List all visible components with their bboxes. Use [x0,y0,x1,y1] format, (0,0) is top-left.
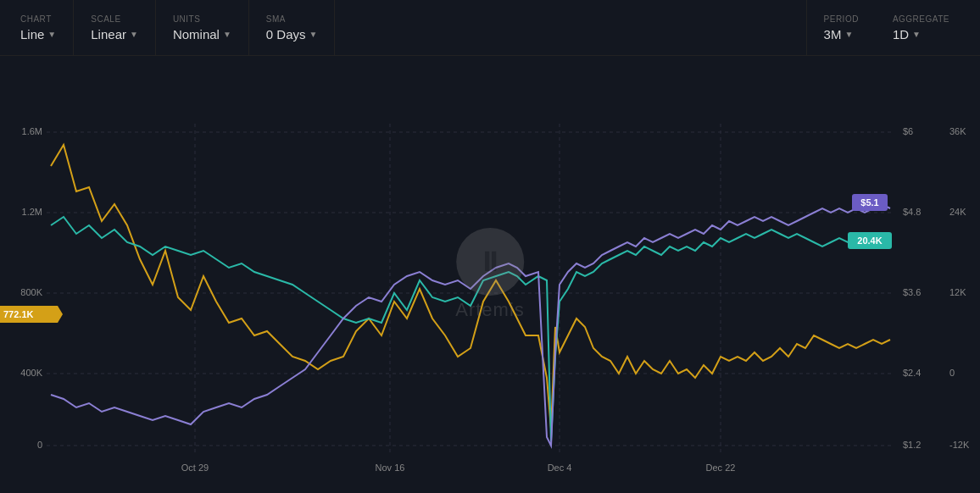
chart-svg: 1.6M 1.2M 800K 400K 0 $6 $4.8 $3.6 $2.4 … [0,56,980,493]
svg-text:Dec 4: Dec 4 [548,463,572,473]
svg-text:Dec 22: Dec 22 [706,463,736,473]
units-dropdown[interactable]: UNITS Nominal ▼ [156,0,249,55]
chevron-down-icon: ▼ [47,30,56,39]
svg-text:0: 0 [37,440,42,450]
svg-text:0: 0 [949,368,955,378]
svg-text:Nov 16: Nov 16 [376,463,405,473]
sma-value: 0 Days ▼ [266,27,318,42]
svg-text:12K: 12K [949,287,966,297]
svg-text:1.6M: 1.6M [22,126,42,136]
units-value: Nominal ▼ [173,27,231,42]
sma-label: SMA [266,14,318,24]
svg-text:24K: 24K [949,207,966,217]
aggregate-dropdown[interactable]: AGGREGATE 1D ▼ [876,0,966,55]
chevron-down-icon: ▼ [223,30,231,39]
period-value: 3M ▼ [824,27,859,42]
svg-text:Oct 29: Oct 29 [181,463,209,473]
chevron-down-icon: ▼ [912,30,921,39]
chart-dropdown[interactable]: CHART Line ▼ [14,0,74,55]
aggregate-value: 1D ▼ [893,27,949,42]
units-label: UNITS [173,14,231,24]
chart-area: 1.6M 1.2M 800K 400K 0 $6 $4.8 $3.6 $2.4 … [0,56,980,493]
chart-label: CHART [20,14,56,24]
svg-text:1.2M: 1.2M [22,207,42,217]
svg-text:$4.8: $4.8 [903,207,921,217]
svg-text:800K: 800K [20,287,42,297]
period-dropdown[interactable]: PERIOD 3M ▼ [806,0,876,55]
svg-text:36K: 36K [949,126,966,136]
svg-text:-12K: -12K [949,440,970,450]
svg-text:400K: 400K [20,368,42,378]
chevron-down-icon: ▼ [844,30,853,39]
period-label: PERIOD [824,14,859,24]
svg-text:$2.4: $2.4 [903,368,921,378]
toolbar: CHART Line ▼ SCALE Linear ▼ UNITS Nomina… [0,0,980,56]
chevron-down-icon: ▼ [309,30,318,39]
svg-text:$3.6: $3.6 [903,287,921,297]
sma-dropdown[interactable]: SMA 0 Days ▼ [249,0,336,55]
svg-text:$1.2: $1.2 [903,440,921,450]
chart-value: Line ▼ [20,27,56,42]
aggregate-label: AGGREGATE [893,14,949,24]
scale-value: Linear ▼ [91,27,138,42]
svg-text:20.4K: 20.4K [857,235,882,246]
scale-label: SCALE [91,14,138,24]
svg-text:$6: $6 [903,126,913,136]
svg-text:772.1K: 772.1K [3,309,34,319]
scale-dropdown[interactable]: SCALE Linear ▼ [74,0,156,55]
svg-text:$5.1: $5.1 [860,197,878,208]
chevron-down-icon: ▼ [130,30,138,39]
